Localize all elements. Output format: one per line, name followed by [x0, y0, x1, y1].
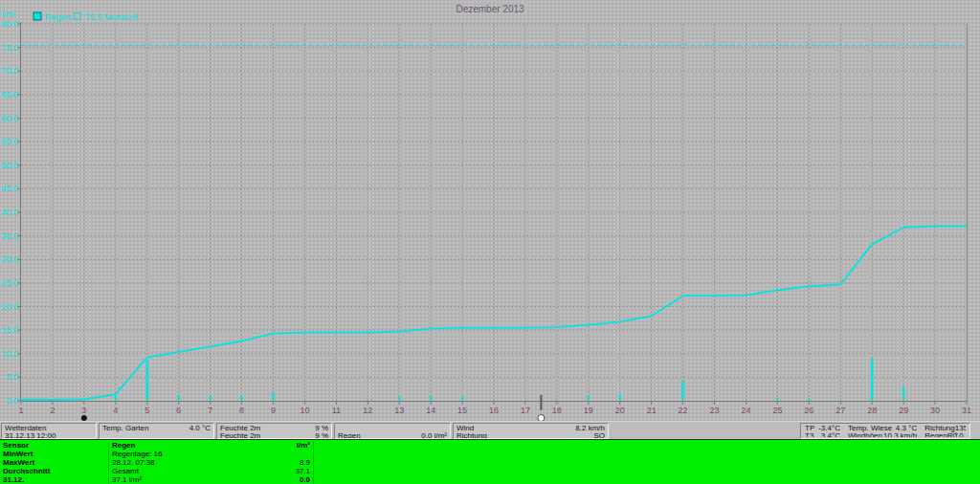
summary-cell: 0.0: [253, 475, 314, 484]
status-cell-wind[interactable]: Wind8.2 km/hRichtungSO: [453, 423, 609, 439]
summary-cell: Durchschnitt: [2, 467, 109, 475]
status-value: SO: [593, 432, 605, 440]
x-tick-label: 8: [239, 406, 244, 415]
status-row: RichtungSO: [457, 432, 605, 440]
x-tick-label: 1: [18, 406, 23, 415]
x-tick-label: 2: [50, 406, 55, 415]
legend-record-label: 75.5 Monat=8: [85, 12, 138, 22]
y-tick-label: 35.0: [1, 231, 18, 241]
x-tick-label: 29: [899, 406, 908, 415]
x-tick-label: 21: [647, 406, 657, 415]
y-tick-label: 55.0: [1, 137, 18, 146]
status-row: Feuchte 2m9 %: [220, 432, 328, 440]
x-tick-label: 12: [363, 406, 372, 415]
status-cell-tp-t3[interactable]: TP-3.4°CT33.4°C: [805, 425, 840, 437]
x-tick-label: 14: [426, 406, 435, 415]
status-value: 3.4°C: [821, 432, 840, 438]
y-tick-label: 70.0: [1, 66, 18, 76]
weather-app: { "title": "Dezember 2013", "y_axis": { …: [0, 0, 980, 484]
status-row: 31.12.13 12:00: [5, 432, 93, 440]
status-cell-wetterdaten[interactable]: Wetterdaten31.12.13 12:00: [1, 423, 97, 439]
y-tick-label: 75.0: [1, 43, 18, 53]
rain-series-swatch-icon: [33, 12, 41, 20]
status-label: 31.12.13 12:00: [5, 432, 56, 440]
summary-cell: Regen: [109, 441, 253, 450]
x-tick-label: 24: [741, 406, 750, 415]
status-label: RegenR: [924, 432, 952, 438]
summary-cell: 37.1: [253, 467, 314, 475]
x-tick-label: 6: [176, 406, 181, 415]
summary-row: 31.12.37.1 l/m²0.0: [2, 475, 322, 484]
x-tick-label: 5: [145, 406, 149, 415]
rain-summary-table: SensorRegenl/m²MinWertRegentage: 16MaxWe…: [2, 441, 322, 484]
x-tick-label: 26: [804, 406, 813, 415]
rain-cumulative-chart: l/m² Regen 75.5 Monat=8 0.05.010.015.020…: [0, 0, 980, 425]
x-tick-label: 18: [552, 406, 562, 415]
y-tick-label: 20.0: [1, 302, 18, 312]
chart-gridlines: [21, 24, 967, 401]
status-label: Windböen: [848, 432, 882, 438]
y-tick-label: 25.0: [1, 278, 18, 288]
y-tick-label: 50.0: [1, 161, 18, 170]
x-tick-label: 17: [521, 406, 530, 415]
summary-cell: l/m²: [253, 441, 314, 450]
y-tick-label: 40.0: [1, 208, 18, 217]
daily-rain-bars: [116, 359, 903, 400]
status-row: Temp. Garten4.0 °C: [102, 425, 211, 432]
x-tick-label: 23: [710, 406, 720, 415]
record-line-swatch-icon: [75, 13, 81, 20]
x-tick-label: 28: [867, 406, 877, 415]
chart-axes: [17, 22, 968, 405]
y-tick-label: 65.0: [1, 90, 18, 99]
summary-cell: 37.1 l/m²: [109, 475, 253, 484]
x-tick-label: 20: [615, 406, 625, 415]
summary-cell: MinWert: [2, 450, 109, 458]
x-tick-label: 9: [271, 406, 276, 415]
y-tick-label: 5.0: [6, 372, 18, 382]
status-cell-temp-garten[interactable]: Temp. Garten4.0 °C: [99, 423, 214, 439]
summary-row: SensorRegenl/m²: [2, 441, 322, 450]
summary-cell: 31.12.: [2, 475, 109, 484]
status-cell-feuchte-2m[interactable]: Feuchte 2m9 %Feuchte 2m9 %: [216, 423, 332, 439]
summary-row: MinWertRegentage: 16: [2, 450, 322, 458]
status-value: 0.0 l/m²: [421, 432, 447, 440]
summary-cell: MaxWert: [2, 458, 109, 467]
summary-panel: SensorRegenl/m²MinWertRegentage: 16MaxWe…: [0, 439, 980, 484]
summary-cell: 8.9: [253, 458, 314, 467]
x-tick-label: 27: [835, 406, 845, 415]
y-tick-label: 80.0: [1, 19, 18, 29]
x-tick-label: 25: [772, 406, 782, 415]
summary-row: DurchschnittGesamt37.1: [2, 467, 322, 475]
status-label: Regen: [338, 432, 361, 440]
status-row: [102, 432, 211, 440]
status-cell-regen[interactable]: Regen0.0 l/m²: [334, 423, 451, 439]
x-tick-label: 30: [930, 406, 940, 415]
status-cell-right-group[interactable]: TP-3.4°CT33.4°CTemp. Wiese4.3 °CWindböen…: [800, 423, 970, 439]
status-label: Feuchte 2m: [220, 432, 260, 440]
status-cell-richtung-regenr[interactable]: Richtung135 °RegenR0.0 mm/h: [924, 425, 966, 437]
y-tick-label: 10.0: [1, 349, 18, 359]
y-axis-labels: 0.05.010.015.020.025.030.035.040.045.050…: [1, 19, 18, 406]
status-cell-temp-wiese[interactable]: Temp. Wiese4.3 °CWindböen10.3 km/h: [848, 425, 917, 437]
status-row: Windböen10.3 km/h: [848, 432, 917, 438]
y-tick-label: 60.0: [1, 114, 18, 123]
legend-rain-label: Regen: [45, 12, 71, 22]
x-tick-label: 10: [300, 406, 309, 415]
axis-markers: [81, 395, 545, 422]
status-row: Regen0.0 l/m²: [338, 432, 447, 440]
y-tick-label: 30.0: [1, 254, 18, 264]
x-tick-label: 16: [489, 406, 499, 415]
x-tick-label: 7: [208, 406, 212, 415]
y-tick-label: 0.0: [6, 396, 18, 406]
chart-legend: Regen 75.5 Monat=8: [33, 12, 138, 22]
status-value: 4.0 °C: [189, 425, 211, 432]
summary-row: MaxWert28.12. 07:388.9: [2, 458, 322, 467]
x-tick-label: 22: [679, 406, 688, 415]
status-value: 0.0 mm/h: [953, 432, 966, 438]
x-tick-label: 13: [394, 406, 404, 415]
x-axis-labels: 1234567891011121314151617181920212223242…: [18, 406, 971, 415]
x-tick-label: 11: [332, 406, 341, 415]
y-axis-unit-label: l/m²: [2, 10, 15, 19]
status-bar: Wetterdaten31.12.13 12:00Temp. Garten4.0…: [0, 421, 980, 439]
x-tick-label: 31: [962, 406, 971, 415]
